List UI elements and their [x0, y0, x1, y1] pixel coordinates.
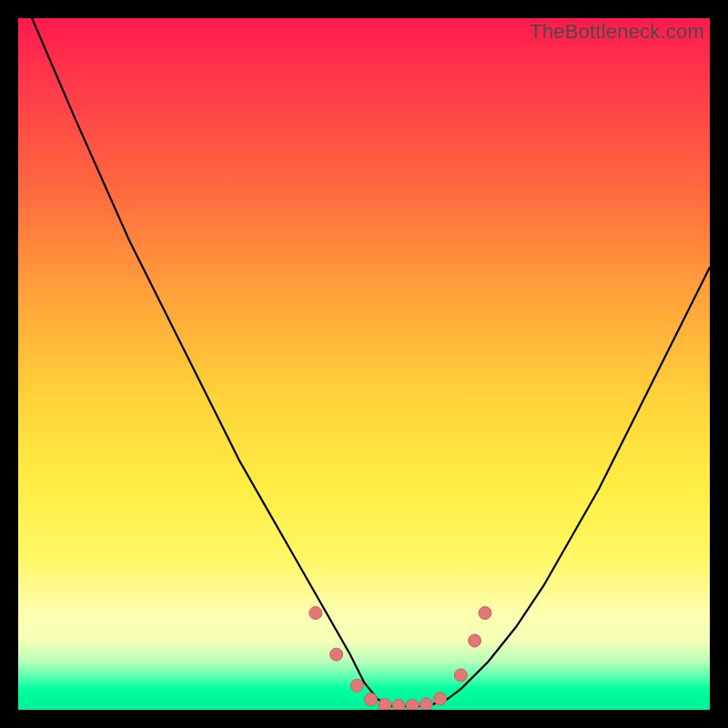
watermark-text: TheBottleneck.com [530, 20, 704, 44]
marker-dot [309, 607, 322, 620]
marker-dot [469, 634, 481, 647]
marker-dot [350, 679, 363, 692]
marker-dot [392, 699, 405, 710]
marker-dot [420, 698, 432, 710]
marker-dot [365, 693, 378, 706]
marker-dot [330, 648, 343, 661]
marker-dot [434, 693, 447, 705]
marker-dot [379, 699, 391, 710]
plot-area: TheBottleneck.com [18, 18, 710, 710]
bottleneck-curve [32, 18, 710, 706]
marker-dot [406, 699, 419, 710]
marker-group [309, 607, 491, 710]
marker-dot [479, 607, 491, 620]
curve-layer [18, 18, 710, 710]
marker-dot [454, 669, 467, 682]
outer-frame: TheBottleneck.com [0, 0, 728, 728]
